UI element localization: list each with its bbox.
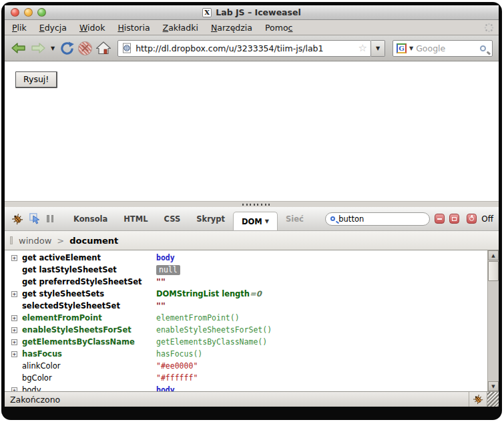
url-dropdown-button[interactable]: ▼ bbox=[371, 40, 385, 57]
screenshot-root: X Lab JS – Iceweasel Plik Edycja Widok H… bbox=[0, 0, 504, 422]
firebug-off-button[interactable] bbox=[467, 214, 477, 224]
firebug-statusbar-icon[interactable] bbox=[469, 392, 487, 407]
property-name: body bbox=[22, 385, 156, 391]
tab-css[interactable]: CSS bbox=[156, 207, 189, 230]
window-frame: X Lab JS – Iceweasel Plik Edycja Widok H… bbox=[1, 2, 502, 420]
title-bar[interactable]: X Lab JS – Iceweasel bbox=[5, 5, 499, 20]
dom-scrollbar[interactable]: ▲ ▼ bbox=[487, 250, 499, 391]
tab-konsola[interactable]: Konsola bbox=[65, 207, 115, 230]
browser-window: X Lab JS – Iceweasel Plik Edycja Widok H… bbox=[5, 5, 499, 407]
property-value[interactable]: hasFocus() bbox=[156, 349, 202, 359]
property-value: "" bbox=[156, 277, 166, 286]
property-name: hasFocus bbox=[22, 349, 156, 359]
firebug-tabs: Konsola HTML CSS Skrypt DOM▼ Sieć bbox=[65, 207, 312, 230]
dom-row-preferredStyleSheetSet: get preferredStyleSheetSet "" bbox=[5, 276, 487, 288]
property-name: bgColor bbox=[22, 373, 156, 383]
search-icon bbox=[330, 216, 335, 221]
splitter-grip-icon[interactable] bbox=[242, 204, 272, 206]
search-icon[interactable] bbox=[480, 45, 486, 51]
expander-icon[interactable]: + bbox=[11, 387, 17, 392]
property-value[interactable]: elementFromPoint() bbox=[156, 313, 240, 323]
property-name: get styleSheetSets bbox=[22, 289, 156, 298]
x11-app-icon: X bbox=[202, 8, 212, 17]
firebug-off-label[interactable]: Off bbox=[481, 214, 493, 224]
scroll-up-button[interactable]: ▲ bbox=[488, 250, 499, 260]
menu-pomoc[interactable]: Pomoc bbox=[265, 23, 292, 33]
rysuj-button[interactable]: Rysuj! bbox=[15, 71, 57, 88]
window-title: Lab JS – Iceweasel bbox=[216, 7, 301, 17]
tab-html[interactable]: HTML bbox=[115, 207, 156, 230]
window-controls bbox=[11, 8, 46, 17]
chevron-down-icon[interactable]: ▼ bbox=[265, 218, 269, 224]
expander-icon[interactable]: + bbox=[11, 315, 17, 321]
property-value[interactable]: getElementsByClassName() bbox=[156, 337, 267, 347]
tab-siec[interactable]: Sieć bbox=[278, 207, 312, 230]
pause-icon[interactable] bbox=[47, 215, 53, 222]
firebug-minimize-button[interactable] bbox=[435, 214, 445, 224]
firebug-search-input[interactable]: button bbox=[338, 214, 364, 224]
property-value[interactable]: body bbox=[156, 385, 175, 391]
resize-grip[interactable] bbox=[487, 392, 499, 407]
search-input[interactable]: Google bbox=[416, 43, 477, 53]
minimize-window-button[interactable] bbox=[24, 8, 33, 17]
firebug-detach-button[interactable] bbox=[449, 214, 459, 224]
menu-historia[interactable]: Historia bbox=[117, 23, 150, 33]
breadcrumb-grip-icon[interactable] bbox=[10, 236, 13, 244]
scrollbar-thumb[interactable] bbox=[488, 261, 499, 281]
reload-button[interactable] bbox=[59, 41, 75, 56]
menu-widok[interactable]: Widok bbox=[79, 23, 105, 33]
search-bar[interactable]: G ▼ Google bbox=[393, 40, 493, 57]
menu-edycja[interactable]: Edycja bbox=[39, 23, 67, 33]
expander-icon[interactable]: + bbox=[11, 255, 17, 261]
property-name: get activeElement bbox=[22, 253, 156, 262]
dom-row-styleSheetSets: + get styleSheetSets DOMStringList lengt… bbox=[5, 288, 487, 300]
firebug-bug-icon[interactable] bbox=[11, 213, 23, 225]
forward-button[interactable] bbox=[30, 40, 46, 56]
expander-icon[interactable]: + bbox=[11, 291, 17, 297]
google-logo-icon[interactable]: G bbox=[397, 43, 407, 53]
minus-icon bbox=[437, 218, 442, 220]
firebug-search-box[interactable]: button bbox=[325, 212, 430, 226]
property-name: get lastStyleSheetSet bbox=[22, 265, 156, 274]
scroll-down-button[interactable]: ▼ bbox=[488, 381, 499, 391]
menu-narzedzia[interactable]: Narzędzia bbox=[211, 23, 252, 33]
status-text: Zakończono bbox=[5, 392, 469, 407]
inspect-element-icon[interactable] bbox=[29, 213, 41, 224]
breadcrumb-window[interactable]: window bbox=[19, 236, 51, 246]
back-button[interactable] bbox=[11, 40, 27, 56]
dom-row-alinkColor: alinkColor "#ee0000" bbox=[5, 360, 487, 372]
zoom-window-button[interactable] bbox=[37, 8, 46, 17]
breadcrumb: window > document bbox=[5, 231, 499, 250]
url-bar[interactable]: http://dl.dropbox.com/u/3233354/tiim-js/… bbox=[117, 40, 371, 57]
expander-icon[interactable]: + bbox=[11, 339, 17, 345]
tab-dom[interactable]: DOM▼ bbox=[233, 212, 278, 230]
expander-icon[interactable]: + bbox=[11, 351, 17, 357]
throbber-icon bbox=[484, 23, 494, 33]
property-value[interactable]: body bbox=[156, 253, 175, 262]
close-window-button[interactable] bbox=[11, 8, 19, 17]
breadcrumb-document[interactable]: document bbox=[69, 236, 118, 246]
back-history-dropdown[interactable]: ▼ bbox=[51, 45, 55, 51]
bookmark-star-icon[interactable]: ☆ bbox=[358, 43, 367, 53]
firebug-toolbar: Konsola HTML CSS Skrypt DOM▼ Sieć button… bbox=[5, 207, 499, 231]
property-value: "" bbox=[156, 301, 166, 310]
property-name: elementFromPoint bbox=[22, 313, 156, 323]
home-button[interactable] bbox=[95, 40, 111, 56]
property-value[interactable]: enableStyleSheetsForSet() bbox=[156, 325, 272, 335]
property-value[interactable]: DOMStringList length=0 bbox=[156, 289, 262, 298]
property-name: getElementsByClassName bbox=[22, 337, 156, 347]
firebug-controls: button Off bbox=[325, 207, 495, 230]
dom-row-hasFocus: + hasFocus hasFocus() bbox=[5, 348, 487, 360]
menu-zakladki[interactable]: Zakładki bbox=[163, 23, 198, 33]
navigation-toolbar: ▼ http://dl.dropbox.com/u/3233354/tiim-j… bbox=[5, 35, 499, 61]
expander-icon[interactable]: + bbox=[11, 327, 17, 333]
url-text[interactable]: http://dl.dropbox.com/u/3233354/tiim-js/… bbox=[136, 43, 354, 53]
menu-plik[interactable]: Plik bbox=[12, 23, 27, 33]
tab-skrypt[interactable]: Skrypt bbox=[188, 207, 233, 230]
property-value: "#ffffff" bbox=[156, 373, 198, 383]
panel-splitter[interactable] bbox=[5, 201, 499, 207]
stop-button[interactable] bbox=[78, 41, 92, 55]
search-engine-dropdown[interactable]: ▼ bbox=[409, 45, 413, 51]
menu-bar: Plik Edycja Widok Historia Zakładki Narz… bbox=[5, 20, 499, 35]
property-name: alinkColor bbox=[22, 361, 156, 371]
